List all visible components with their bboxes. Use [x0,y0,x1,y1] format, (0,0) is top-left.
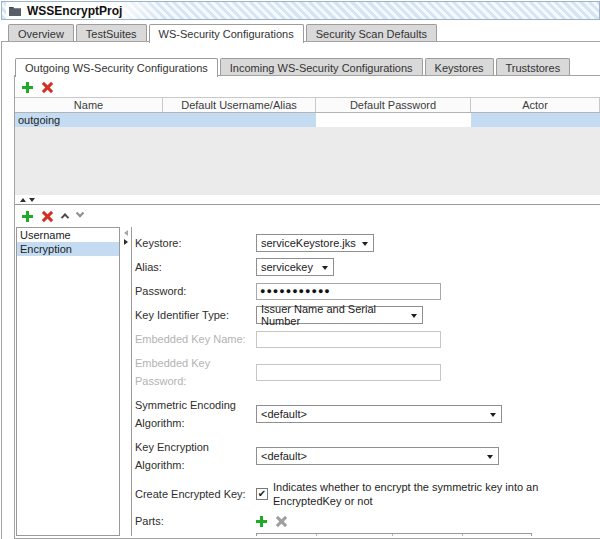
tab-ws-security-configurations[interactable]: WS-Security Configurations [149,24,304,43]
add-part-button plus-icon[interactable] [256,516,267,527]
remove-part-button cross-icon[interactable] [276,516,287,527]
dropdown-arrow-icon [322,266,328,270]
move-entry-up-button chevron-up-icon[interactable] [61,213,69,221]
create-encrypted-key-label: Create Encrypted Key: [135,485,256,503]
list-item-username[interactable]: Username [17,228,119,242]
dropdown-arrow-icon [411,314,417,318]
config-table-empty-area [15,127,600,195]
symmetric-encoding-selected-value: <default> [261,408,307,420]
embedded-key-password-field [256,364,441,381]
dropdown-arrow-icon [490,413,496,417]
password-label: Password: [135,282,256,300]
parts-toolbar [256,513,532,529]
tab-incoming-configs[interactable]: Incoming WS-Security Configurations [220,58,423,76]
outgoing-configs-panel: Name Default Username/Alias Default Pass… [14,75,600,539]
encryption-entry-form: Keystore: serviceKeystore.jks Alias: ser… [131,227,600,536]
key-encryption-selected-value: <default> [261,450,307,462]
keystore-select[interactable]: serviceKeystore.jks [256,234,374,252]
column-header-default-username[interactable]: Default Username/Alias [163,98,316,112]
embedded-key-name-field [256,331,441,348]
tab-testsuites[interactable]: TestSuites [76,24,147,42]
cell-default-password[interactable] [316,113,471,127]
alias-selected-value: servicekey [261,261,313,273]
entry-split-area: Username Encryption Keystore: serviceKey… [15,226,600,538]
remove-entry-button cross-icon[interactable] [42,211,53,222]
splitter-collapse-down-icon[interactable] [29,198,35,202]
main-tab-bar: Overview TestSuites WS-Security Configur… [8,23,437,42]
table-row-outgoing[interactable]: outgoing [15,113,600,127]
key-encryption-algorithm-label: Key Encryption Algorithm: [135,438,256,474]
tab-overview[interactable]: Overview [8,24,74,42]
cell-default-username[interactable] [163,113,316,127]
splitter-collapse-up-icon[interactable] [20,198,26,202]
keystore-selected-value: serviceKeystore.jks [261,237,356,249]
dropdown-arrow-icon [362,242,368,246]
project-window: WSSEncryptProj Overview TestSuites WS-Se… [0,0,600,539]
embedded-key-password-label: Embedded Key Password: [135,354,256,390]
vertical-splitter[interactable] [120,227,131,536]
entry-list: Username Encryption [16,227,120,536]
splitter-collapse-right-icon[interactable] [124,239,128,245]
sub-tab-bar: Outgoing WS-Security Configurations Inco… [15,57,570,76]
keystore-label: Keystore: [135,234,256,252]
config-toolbar [15,76,600,97]
parts-section: ID Name Namespace Encode arg0 Content [256,512,532,536]
move-entry-down-button chevron-down-icon[interactable] [76,209,84,217]
tab-truststores[interactable]: Truststores [496,58,571,76]
column-header-name[interactable]: Name [317,534,393,536]
column-header-encode[interactable]: Encode [463,534,531,536]
column-header-id[interactable]: ID [257,534,317,536]
entry-toolbar [15,205,600,226]
checkmark-icon: ✔ [258,489,266,499]
horizontal-splitter[interactable] [15,195,600,205]
add-entry-button plus-icon[interactable] [22,211,33,222]
list-item-encryption[interactable]: Encryption [17,242,119,256]
config-table: Name Default Username/Alias Default Pass… [15,97,600,195]
cell-actor[interactable] [471,113,600,127]
tab-keystores[interactable]: Keystores [425,58,494,76]
folder-icon [8,5,22,17]
create-encrypted-key-description: Indicates whether to encrypt the symmetr… [273,480,600,508]
embedded-key-name-label: Embedded Key Name: [135,330,256,348]
key-identifier-type-select[interactable]: Issuer Name and Serial Number [256,306,423,324]
create-encrypted-key-checkbox[interactable]: ✔ [256,488,268,500]
config-table-header: Name Default Username/Alias Default Pass… [15,98,600,113]
add-config-button plus-icon[interactable] [22,82,33,93]
column-header-namespace[interactable]: Namespace [393,534,463,536]
cell-name[interactable]: outgoing [15,113,163,127]
splitter-collapse-left-icon[interactable] [124,230,128,236]
parts-label: Parts: [135,512,256,530]
alias-select[interactable]: servicekey [256,258,334,276]
key-identifier-type-selected-value: Issuer Name and Serial Number [261,303,404,327]
symmetric-encoding-algorithm-label: Symmetric Encoding Algorithm: [135,396,256,432]
project-title: WSSEncryptProj [27,4,122,18]
column-header-actor[interactable]: Actor [471,98,600,112]
parts-table-header: ID Name Namespace Encode [257,534,531,536]
remove-config-button cross-icon[interactable] [42,82,53,93]
titlebar: WSSEncryptProj [1,1,600,20]
password-field[interactable] [256,283,441,300]
ws-security-panel: Outgoing WS-Security Configurations Inco… [1,41,600,539]
column-header-name[interactable]: Name [15,98,163,112]
symmetric-encoding-algorithm-select[interactable]: <default> [256,405,502,423]
key-encryption-algorithm-select[interactable]: <default> [256,447,499,465]
parts-table: ID Name Namespace Encode arg0 Content [256,533,532,536]
titlebar-plate: WSSEncryptProj [6,2,162,19]
dropdown-arrow-icon [487,455,493,459]
tab-outgoing-configs[interactable]: Outgoing WS-Security Configurations [15,58,218,77]
column-header-default-password[interactable]: Default Password [316,98,471,112]
key-identifier-type-label: Key Identifier Type: [135,306,256,324]
tab-security-scan-defaults[interactable]: Security Scan Defaults [306,24,437,42]
alias-label: Alias: [135,258,256,276]
